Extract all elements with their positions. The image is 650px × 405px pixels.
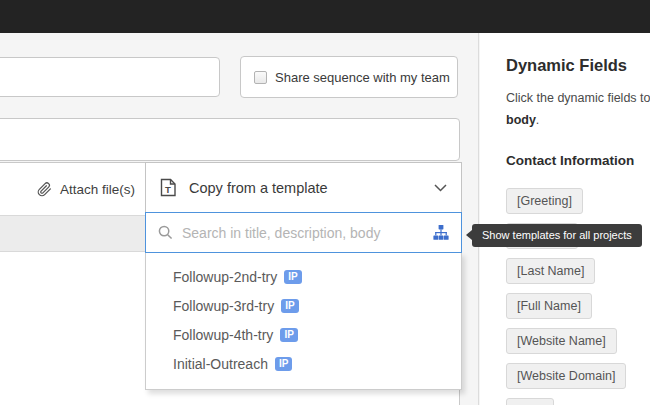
copy-template-trigger[interactable]: T Copy from a template xyxy=(145,162,462,213)
attach-files-button[interactable]: Attach file(s) xyxy=(37,182,135,197)
template-list: Followup-2nd-try IP Followup-3rd-try IP … xyxy=(145,252,462,390)
share-sequence-option: Share sequence with my team xyxy=(240,56,458,98)
sequence-editor-area: Share sequence with my team Attach file(… xyxy=(0,33,479,405)
sitemap-icon xyxy=(433,225,449,240)
dynamic-field-buttons: [Greeting] [Last Name] [Full Name] [Webs… xyxy=(506,188,626,405)
dynamic-field-full-name[interactable]: [Full Name] xyxy=(506,293,592,319)
template-name: Followup-3rd-try xyxy=(173,298,274,314)
template-list-item[interactable]: Followup-2nd-try IP xyxy=(146,262,461,291)
copy-template-dropdown: T Copy from a template xyxy=(145,162,462,390)
sequence-name-input[interactable] xyxy=(0,57,220,97)
template-list-item[interactable]: Initial-Outreach IP xyxy=(146,349,461,378)
attach-files-label: Attach file(s) xyxy=(60,182,135,197)
share-sequence-checkbox[interactable] xyxy=(254,71,267,84)
template-icon: T xyxy=(160,178,177,197)
ip-badge: IP xyxy=(275,357,292,371)
top-bar xyxy=(0,0,650,33)
chevron-down-icon xyxy=(434,184,447,192)
copy-template-label: Copy from a template xyxy=(189,180,328,196)
dynamic-field-website-name[interactable]: [Website Name] xyxy=(506,328,617,354)
subject-input[interactable] xyxy=(0,118,460,161)
template-list-item[interactable]: Followup-3rd-try IP xyxy=(146,291,461,320)
template-name: Followup-2nd-try xyxy=(173,269,277,285)
template-name: Followup-4th-try xyxy=(173,327,273,343)
sidebar-description: Click the dynamic fields to body. xyxy=(506,87,650,131)
sidebar-title: Dynamic Fields xyxy=(506,56,627,75)
contact-information-heading: Contact Information xyxy=(506,153,634,168)
template-name: Initial-Outreach xyxy=(173,356,268,372)
show-all-projects-tooltip: Show templates for all projects xyxy=(472,224,642,247)
dynamic-field-last-name[interactable]: [Last Name] xyxy=(506,258,595,284)
dynamic-field-cutoff[interactable] xyxy=(506,398,554,405)
dynamic-field-website-domain[interactable]: [Website Domain] xyxy=(506,363,626,389)
paperclip-icon xyxy=(37,182,52,197)
template-search-input[interactable] xyxy=(182,225,424,241)
show-all-projects-button[interactable] xyxy=(433,225,449,240)
svg-text:T: T xyxy=(165,184,171,195)
search-icon xyxy=(158,225,173,240)
template-list-item[interactable]: Followup-4th-try IP xyxy=(146,320,461,349)
ip-badge: IP xyxy=(281,299,298,313)
share-sequence-label: Share sequence with my team xyxy=(275,70,450,85)
template-search-row xyxy=(145,212,462,253)
dynamic-fields-sidebar: Dynamic Fields Click the dynamic fields … xyxy=(480,33,650,405)
dynamic-field-greeting[interactable]: [Greeting] xyxy=(506,188,583,214)
ip-badge: IP xyxy=(284,270,301,284)
ip-badge: IP xyxy=(280,328,297,342)
